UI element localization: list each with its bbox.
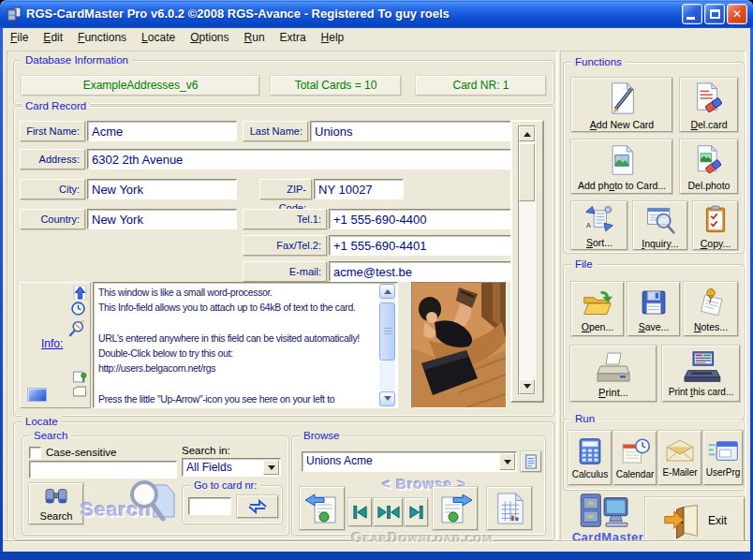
info-expand-icon[interactable] bbox=[73, 286, 87, 300]
emailer-button[interactable]: E-Mailer bbox=[658, 431, 701, 485]
card-scroll-thumb[interactable] bbox=[519, 143, 535, 201]
menu-extra[interactable]: Extra bbox=[273, 28, 314, 47]
browse-combo-dropdown-button[interactable] bbox=[499, 453, 515, 470]
menu-options[interactable]: Options bbox=[183, 28, 236, 47]
address-input[interactable] bbox=[87, 149, 512, 169]
inquiry-label: Inquiry... bbox=[642, 238, 679, 249]
run-group-label: Run bbox=[571, 412, 598, 426]
last-record-icon bbox=[408, 505, 424, 520]
svg-text:A: A bbox=[586, 221, 592, 229]
maximize-button[interactable] bbox=[704, 4, 725, 24]
city-input[interactable] bbox=[87, 179, 237, 199]
calendar-label: Calendar bbox=[616, 469, 655, 480]
menu-locate[interactable]: Locate bbox=[134, 28, 183, 47]
browse-grid-button[interactable] bbox=[487, 487, 532, 530]
floppy-disk-icon bbox=[638, 287, 670, 318]
print-button[interactable]: Print... bbox=[570, 346, 657, 402]
print-this-card-button[interactable]: Print this card... bbox=[662, 346, 740, 402]
menu-edit[interactable]: Edit bbox=[36, 28, 70, 47]
search-input[interactable] bbox=[29, 461, 177, 479]
program-window-icon bbox=[707, 438, 739, 464]
chevron-down-icon bbox=[268, 465, 275, 474]
info-clock-icon[interactable] bbox=[71, 302, 85, 316]
card-scroll-up-button[interactable] bbox=[519, 126, 535, 141]
database-info-group: Database Information ExampleAddresses_v6… bbox=[13, 60, 554, 105]
document-magnifier-icon bbox=[643, 203, 677, 235]
add-new-card-button[interactable]: Add New Card bbox=[571, 78, 672, 132]
menu-run[interactable]: Run bbox=[237, 28, 273, 47]
notes-label: Notes... bbox=[694, 321, 728, 332]
scroll-down-icon bbox=[524, 384, 531, 392]
card-photo bbox=[411, 282, 507, 408]
open-button[interactable]: Open... bbox=[571, 282, 624, 336]
search-in-dropdown-button[interactable] bbox=[263, 460, 279, 475]
menu-help[interactable]: Help bbox=[314, 28, 352, 47]
browse-center-button[interactable] bbox=[374, 498, 403, 526]
email-input[interactable] bbox=[329, 261, 512, 282]
maximize-icon bbox=[710, 9, 720, 19]
database-info-group-label: Database Information bbox=[22, 53, 132, 67]
tel1-input[interactable] bbox=[329, 209, 512, 229]
inquiry-button[interactable]: Inquiry... bbox=[633, 201, 687, 250]
calculus-button[interactable]: Calculus bbox=[568, 431, 612, 485]
open-label: Open... bbox=[582, 321, 613, 332]
exit-button[interactable]: Exit bbox=[645, 497, 745, 543]
info-search-icon[interactable] bbox=[67, 320, 84, 337]
scroll-down-icon bbox=[384, 396, 391, 405]
info-scroll-down-button[interactable] bbox=[379, 391, 395, 406]
scroll-up-icon bbox=[524, 128, 531, 137]
notes-button[interactable]: Notes... bbox=[684, 282, 738, 336]
info-scrollbar[interactable] bbox=[379, 284, 395, 406]
fax-tel2-input[interactable] bbox=[329, 235, 512, 256]
search-in-dropdown[interactable]: All Fields bbox=[182, 458, 281, 477]
country-input[interactable] bbox=[87, 209, 237, 229]
copy-button[interactable]: Copy... bbox=[693, 201, 738, 250]
database-name-panel: ExampleAddresses_v6 bbox=[22, 76, 259, 96]
browse-prev-button[interactable] bbox=[300, 487, 345, 530]
locate-group: Locate Search Case-sensitive Search in: … bbox=[13, 421, 554, 540]
del-photo-button[interactable]: Del.photo bbox=[680, 140, 738, 194]
case-sensitive-checkbox[interactable] bbox=[29, 447, 41, 459]
menu-functions[interactable]: Functions bbox=[70, 28, 134, 47]
functions-group: Functions Add New Card bbox=[563, 62, 745, 254]
info-scroll-thumb[interactable] bbox=[379, 302, 395, 361]
first-name-input[interactable] bbox=[87, 121, 237, 141]
document-list-icon bbox=[524, 454, 538, 469]
country-label: Country: bbox=[20, 209, 85, 229]
browse-last-button[interactable] bbox=[405, 498, 428, 526]
browse-list-button[interactable] bbox=[521, 451, 541, 472]
browse-next-button[interactable] bbox=[433, 487, 478, 530]
browse-combo[interactable]: Unions Acme bbox=[302, 451, 517, 472]
save-button[interactable]: Save... bbox=[628, 282, 680, 336]
browse-first-button[interactable] bbox=[348, 498, 372, 526]
menu-file[interactable]: File bbox=[3, 28, 36, 47]
del-card-button[interactable]: Del.card bbox=[680, 78, 738, 132]
info-scroll-up-button[interactable] bbox=[379, 284, 395, 299]
printer-icon bbox=[595, 350, 632, 384]
exit-label: Exit bbox=[708, 515, 727, 526]
zip-input[interactable] bbox=[314, 179, 404, 199]
print-label: Print... bbox=[598, 387, 628, 398]
last-name-input[interactable] bbox=[310, 121, 512, 141]
card-scroll-down-button[interactable] bbox=[519, 379, 535, 394]
del-photo-label: Del.photo bbox=[688, 180, 731, 191]
address-label: Address: bbox=[20, 149, 85, 169]
goto-card-button[interactable] bbox=[237, 495, 278, 518]
goto-card-input[interactable] bbox=[188, 497, 231, 515]
info-page-photo-icon[interactable] bbox=[72, 371, 87, 383]
info-textarea[interactable]: This window is like a small word-process… bbox=[93, 282, 398, 408]
close-button[interactable]: ✕ bbox=[727, 4, 747, 24]
add-photo-button[interactable]: Add photo to Card... bbox=[571, 140, 672, 194]
search-button[interactable]: Search bbox=[29, 483, 83, 524]
card-scrollbar[interactable] bbox=[518, 125, 536, 395]
info-label[interactable]: Info: bbox=[41, 337, 63, 350]
calendar-button[interactable]: Calendar bbox=[613, 431, 657, 485]
info-color-swatch[interactable] bbox=[27, 388, 47, 402]
add-new-card-label: Add New Card bbox=[590, 119, 654, 130]
userprg-button[interactable]: UserPrg bbox=[703, 431, 743, 485]
scroll-grip-icon bbox=[384, 328, 391, 334]
info-side-panel: Info: bbox=[20, 282, 91, 408]
info-page-blank-icon[interactable] bbox=[72, 386, 87, 398]
sort-button[interactable]: A Sort... bbox=[571, 201, 628, 250]
minimize-button[interactable] bbox=[682, 4, 702, 24]
